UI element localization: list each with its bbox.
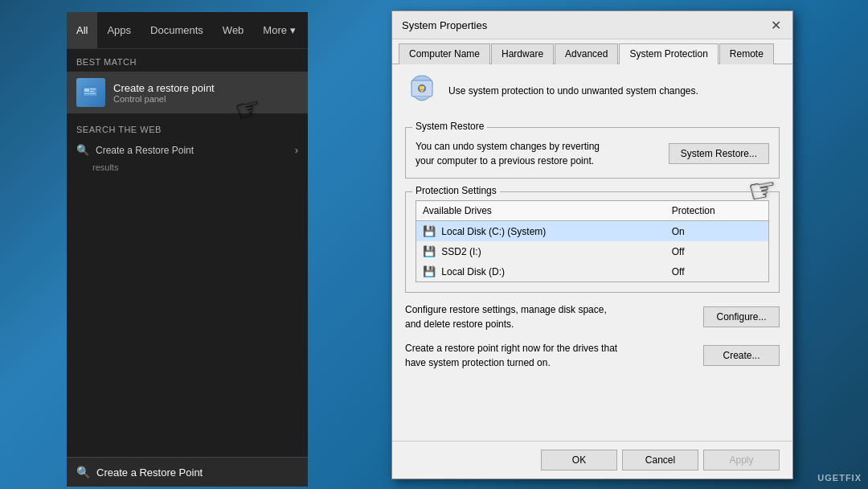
protection-settings-section: Protection Settings Available Drives Pro… [405, 191, 780, 293]
search-web-label: Search the web [67, 113, 308, 139]
tabs: Computer Name Hardware Advanced System P… [392, 39, 792, 64]
best-match-label: Best match [67, 49, 308, 72]
best-match-text: Create a restore point Control panel [113, 82, 215, 104]
protection-cell: On [665, 221, 769, 242]
tab-advanced[interactable]: Advanced [555, 43, 618, 64]
tab-remote[interactable]: Remote [719, 43, 774, 64]
info-bar: Use system protection to undo unwanted s… [405, 74, 780, 114]
col-available-drives: Available Drives [416, 201, 665, 221]
apply-button[interactable]: Apply [703, 450, 780, 471]
nav-all[interactable]: All [67, 12, 97, 48]
dialog-content: Use system protection to undo unwanted s… [392, 64, 792, 441]
drive-icon: 💾 [423, 225, 436, 237]
shield-icon [405, 74, 439, 108]
nav-more[interactable]: More ▾ [253, 12, 305, 48]
create-section: Create a restore point right now for the… [405, 341, 780, 370]
system-restore-title: System Restore [412, 121, 487, 132]
close-button[interactable]: ✕ [768, 18, 783, 32]
restore-point-icon [76, 78, 105, 107]
best-match-title: Create a restore point [113, 82, 215, 94]
svg-rect-3 [90, 91, 94, 92]
ok-button[interactable]: OK [541, 450, 617, 471]
col-protection: Protection [665, 201, 769, 221]
create-button[interactable]: Create... [703, 345, 780, 366]
svg-rect-2 [90, 88, 96, 90]
system-restore-button[interactable]: System Restore... [669, 143, 769, 164]
nav-apps[interactable]: Apps [97, 12, 141, 48]
dialog-buttons: OK Cancel Apply [392, 441, 792, 479]
dialog-title: System Properties [402, 19, 487, 31]
tab-system-protection[interactable]: System Protection [619, 43, 718, 64]
svg-rect-1 [84, 88, 89, 92]
start-nav: All Apps Documents Web More ▾ [67, 12, 308, 49]
search-web-text: Create a Restore Point [96, 145, 289, 156]
table-row[interactable]: 💾 Local Disk (D:) Off [416, 261, 769, 282]
watermark: UGETFIX [817, 473, 862, 483]
system-restore-body: You can undo system changes by reverting… [416, 139, 769, 168]
protection-settings-title: Protection Settings [412, 185, 500, 196]
nav-web[interactable]: Web [213, 12, 254, 48]
system-properties-dialog: System Properties ✕ Computer Name Hardwa… [391, 10, 793, 479]
search-web-arrow: › [295, 144, 298, 156]
info-text: Use system protection to undo unwanted s… [448, 85, 698, 97]
dialog-titlebar: System Properties ✕ [392, 11, 792, 39]
svg-rect-8 [420, 86, 424, 89]
best-match-item[interactable]: Create a restore point Control panel [67, 72, 308, 113]
configure-button[interactable]: Configure... [703, 306, 780, 327]
search-bar[interactable]: 🔍 [67, 457, 308, 487]
system-restore-desc: You can undo system changes by reverting… [416, 139, 661, 168]
search-input[interactable] [96, 466, 298, 479]
table-row[interactable]: 💾 Local Disk (C:) (System) On [416, 221, 769, 242]
cancel-button[interactable]: Cancel [622, 450, 698, 471]
search-results-text: results [67, 161, 308, 174]
tab-computer-name[interactable]: Computer Name [399, 43, 490, 64]
svg-rect-4 [84, 93, 96, 94]
search-small-icon: 🔍 [76, 144, 89, 156]
drive-cell: 💾 Local Disk (C:) (System) [416, 221, 665, 242]
start-menu: All Apps Documents Web More ▾ Best match… [67, 12, 308, 487]
table-row[interactable]: 💾 SSD2 (I:) Off [416, 241, 769, 261]
drive-icon: 💾 [423, 245, 436, 257]
tab-hardware[interactable]: Hardware [491, 43, 554, 64]
drive-cell: 💾 SSD2 (I:) [416, 241, 665, 261]
configure-desc: Configure restore settings, manage disk … [405, 302, 695, 331]
nav-documents[interactable]: Documents [141, 12, 213, 48]
search-web-item[interactable]: 🔍 Create a Restore Point › [67, 139, 308, 161]
drive-cell: 💾 Local Disk (D:) [416, 261, 665, 282]
best-match-subtitle: Control panel [113, 94, 215, 104]
search-bar-icon: 🔍 [76, 466, 90, 479]
configure-section: Configure restore settings, manage disk … [405, 302, 780, 331]
protection-cell: Off [665, 241, 769, 261]
protection-table: Available Drives Protection 💾 Local Disk… [416, 200, 769, 282]
create-desc: Create a restore point right now for the… [405, 341, 695, 370]
desktop: All Apps Documents Web More ▾ Best match… [0, 0, 868, 489]
drive-icon: 💾 [423, 265, 436, 277]
system-restore-section: System Restore You can undo system chang… [405, 127, 780, 179]
protection-cell: Off [665, 261, 769, 282]
